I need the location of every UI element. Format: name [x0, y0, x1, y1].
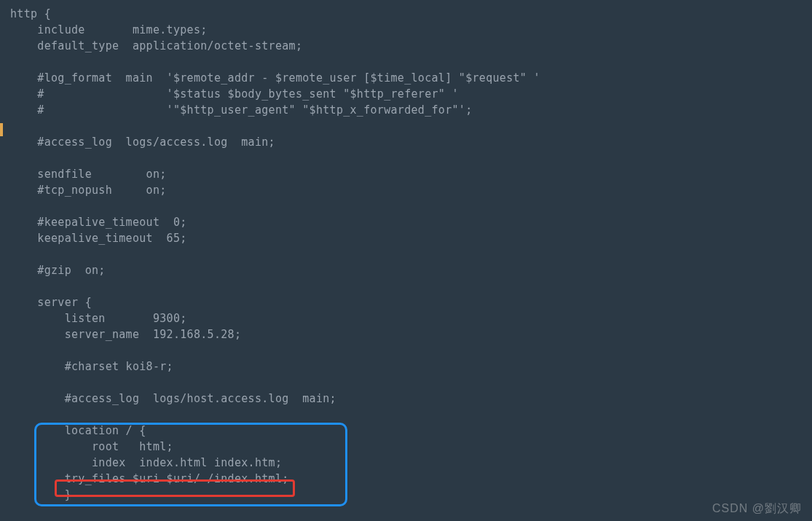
editor-gutter — [0, 0, 10, 521]
code-line: #gzip on; — [10, 264, 106, 277]
code-block: http { include mime.types; default_type … — [10, 6, 540, 503]
code-line: include mime.types; — [10, 23, 208, 36]
code-line: location / { — [10, 424, 146, 437]
code-line: server_name 192.168.5.28; — [10, 328, 241, 341]
code-line: keepalive_timeout 65; — [10, 232, 187, 245]
code-line: sendfile on; — [10, 168, 167, 181]
cursor-marker — [0, 123, 3, 136]
code-line: listen 9300; — [10, 312, 187, 325]
code-line: #access_log logs/access.log main; — [10, 136, 275, 149]
code-line: #tcp_nopush on; — [10, 184, 167, 197]
code-line: # '"$http_user_agent" "$http_x_forwarded… — [10, 103, 473, 117]
code-line: #keepalive_timeout 0; — [10, 216, 187, 229]
code-line: server { — [10, 296, 92, 309]
code-line: # '$status $body_bytes_sent "$http_refer… — [10, 87, 459, 101]
code-line: default_type application/octet-stream; — [10, 39, 302, 52]
code-line: try_files $uri $uri/ /index.html; — [10, 472, 289, 485]
code-line: #log_format main '$remote_addr - $remote… — [10, 71, 540, 85]
code-line: } — [10, 488, 71, 501]
watermark: CSDN @劉汉卿 — [712, 501, 802, 517]
code-line: #charset koi8-r; — [10, 360, 173, 373]
code-line: http { — [10, 7, 51, 20]
code-line: root html; — [10, 440, 173, 453]
code-line: index index.html index.htm; — [10, 456, 282, 469]
code-line: #access_log logs/host.access.log main; — [10, 392, 336, 405]
